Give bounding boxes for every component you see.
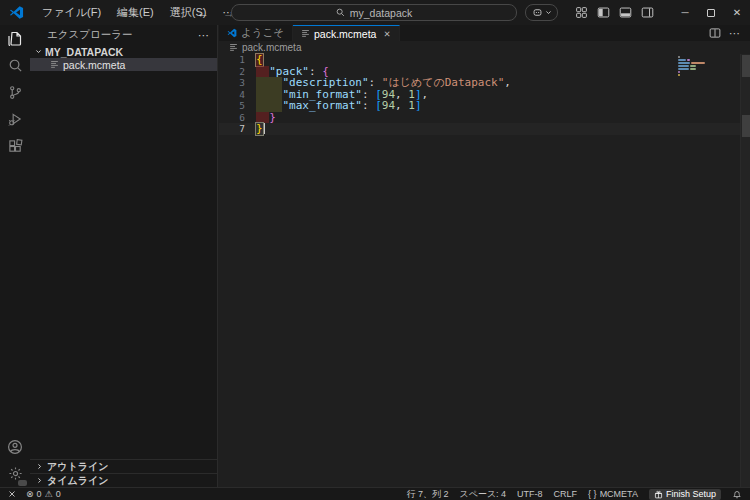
line-number: 4 xyxy=(219,89,245,101)
close-icon[interactable]: ✕ xyxy=(724,0,750,25)
layout-controls xyxy=(575,0,654,25)
line-number: 7 xyxy=(219,123,245,135)
code-token: 94 xyxy=(382,100,395,112)
finish-setup-button[interactable]: Finish Setup xyxy=(649,489,721,500)
status-bar-right: 行 7、列 2 スペース: 4 UTF-8 CRLF { } MCMETA Fi… xyxy=(406,488,750,500)
language-mode[interactable]: { } MCMETA xyxy=(588,489,638,499)
explorer-header: エクスプローラー ⋯ xyxy=(30,25,217,45)
indent-highlight xyxy=(256,66,269,78)
code-token: , xyxy=(504,77,511,89)
minimap-mark xyxy=(678,59,686,61)
minimap-row xyxy=(678,62,710,64)
copilot-icon xyxy=(532,7,543,18)
mcmeta-file-icon xyxy=(50,60,59,69)
code-token: "はじめてのDatapack" xyxy=(382,77,505,89)
toggle-primary-sidebar-icon[interactable] xyxy=(597,6,610,19)
search-view-icon[interactable] xyxy=(0,52,30,79)
copilot-menu-button[interactable] xyxy=(525,4,558,21)
toggle-secondary-sidebar-icon[interactable] xyxy=(641,6,654,19)
scrollbar-decoration xyxy=(742,55,750,77)
minimap-mark xyxy=(678,62,690,64)
cursor-position[interactable]: 行 7、列 2 xyxy=(406,488,448,500)
code-token: , xyxy=(395,100,408,112)
minimap-row xyxy=(678,65,710,67)
customize-layout-icon[interactable] xyxy=(575,6,588,19)
outline-section[interactable]: アウトライン xyxy=(30,459,217,473)
notifications-bell-icon[interactable] xyxy=(732,489,742,499)
titlebar: ファイル(F) 編集(E) 選択(S) ⋯ ← → my_datapack xyxy=(0,0,750,25)
source-control-icon[interactable] xyxy=(0,79,30,106)
code-line-5[interactable]: 5"max_format": [94, 1] xyxy=(219,100,750,112)
editor-scrollbar[interactable] xyxy=(740,54,750,487)
settings-badge xyxy=(18,480,27,486)
line-number: 2 xyxy=(219,66,245,78)
code-token: { xyxy=(256,54,263,66)
explorer-more-actions-icon[interactable]: ⋯ xyxy=(198,29,209,42)
code-token: : xyxy=(369,77,382,89)
code-editor[interactable]: 1{2"pack": {3"description": "はじめてのDatapa… xyxy=(219,54,750,487)
code-line-6[interactable]: 6} xyxy=(219,112,750,124)
chevron-right-icon xyxy=(35,463,43,470)
minimap-mark xyxy=(678,74,680,76)
chevron-right-icon xyxy=(35,477,43,484)
tab-pack-mcmeta[interactable]: pack.mcmeta ✕ xyxy=(293,25,400,41)
timeline-section[interactable]: タイムライン xyxy=(30,473,217,487)
minimap-mark xyxy=(678,71,680,73)
editor-actions: ⋯ xyxy=(709,25,750,41)
settings-gear-icon[interactable] xyxy=(0,460,30,487)
code-token: ] xyxy=(415,100,422,112)
split-editor-icon[interactable] xyxy=(709,27,721,39)
vscode-logo-icon xyxy=(9,5,24,20)
explorer-empty-space xyxy=(30,71,217,459)
vscode-window: ファイル(F) 編集(E) 選択(S) ⋯ ← → my_datapack xyxy=(0,0,750,500)
code-token: , xyxy=(422,89,429,101)
minimap-mark xyxy=(678,56,680,58)
timeline-label: タイムライン xyxy=(47,474,108,488)
folder-my-datapack[interactable]: MY_DATAPACK xyxy=(30,45,217,58)
search-box[interactable]: my_datapack xyxy=(231,4,517,21)
warning-count: 0 xyxy=(56,489,61,499)
eol-setting[interactable]: CRLF xyxy=(554,489,578,499)
line-number: 1 xyxy=(219,54,245,66)
minimap-row xyxy=(678,68,710,70)
minimap-mark xyxy=(690,68,696,70)
menu-file[interactable]: ファイル(F) xyxy=(34,3,109,22)
tab-welcome[interactable]: ようこそ xyxy=(219,25,293,41)
remote-indicator-icon[interactable] xyxy=(7,489,17,499)
run-and-debug-icon[interactable] xyxy=(0,106,30,133)
minimap-mark xyxy=(691,62,705,64)
scrollbar-decoration xyxy=(742,115,750,137)
accounts-icon[interactable] xyxy=(0,433,30,460)
status-bar: ⊗ 0 ⚠ 0 行 7、列 2 スペース: 4 UTF-8 CRLF { } M… xyxy=(0,487,750,500)
file-name: pack.mcmeta xyxy=(63,59,125,71)
more-actions-icon[interactable]: ⋯ xyxy=(729,27,740,40)
code-line-7[interactable]: 7} xyxy=(219,123,750,135)
menu-edit[interactable]: 編集(E) xyxy=(109,3,162,22)
toggle-panel-icon[interactable] xyxy=(619,6,632,19)
activity-bar xyxy=(0,25,30,487)
search-value: my_datapack xyxy=(350,7,412,19)
gift-icon xyxy=(654,490,663,499)
extensions-icon[interactable] xyxy=(0,133,30,160)
back-icon[interactable]: ← xyxy=(190,6,216,20)
minimize-icon[interactable]: ─ xyxy=(672,0,698,25)
line-number: 6 xyxy=(219,112,245,124)
encoding-setting[interactable]: UTF-8 xyxy=(517,489,543,499)
code-line-3[interactable]: 3"description": "はじめてのDatapack", xyxy=(219,77,750,89)
file-pack-mcmeta[interactable]: pack.mcmeta xyxy=(30,58,217,71)
indent-highlight xyxy=(256,77,282,89)
minimap-row xyxy=(678,56,710,58)
error-icon: ⊗ xyxy=(26,489,34,499)
tab-label: pack.mcmeta xyxy=(314,28,376,40)
minimap[interactable] xyxy=(678,56,710,77)
problems-indicator[interactable]: ⊗ 0 ⚠ 0 xyxy=(26,489,61,499)
explorer-icon[interactable] xyxy=(0,25,30,52)
text-cursor xyxy=(264,123,265,134)
tab-close-icon[interactable]: ✕ xyxy=(383,29,390,39)
indent-highlight xyxy=(256,100,282,112)
breadcrumb[interactable]: pack.mcmeta xyxy=(219,41,750,54)
indentation-setting[interactable]: スペース: 4 xyxy=(459,488,506,500)
breadcrumb-item: pack.mcmeta xyxy=(242,42,301,53)
maximize-icon[interactable] xyxy=(698,0,724,25)
code-line-1[interactable]: 1{ xyxy=(219,54,750,66)
